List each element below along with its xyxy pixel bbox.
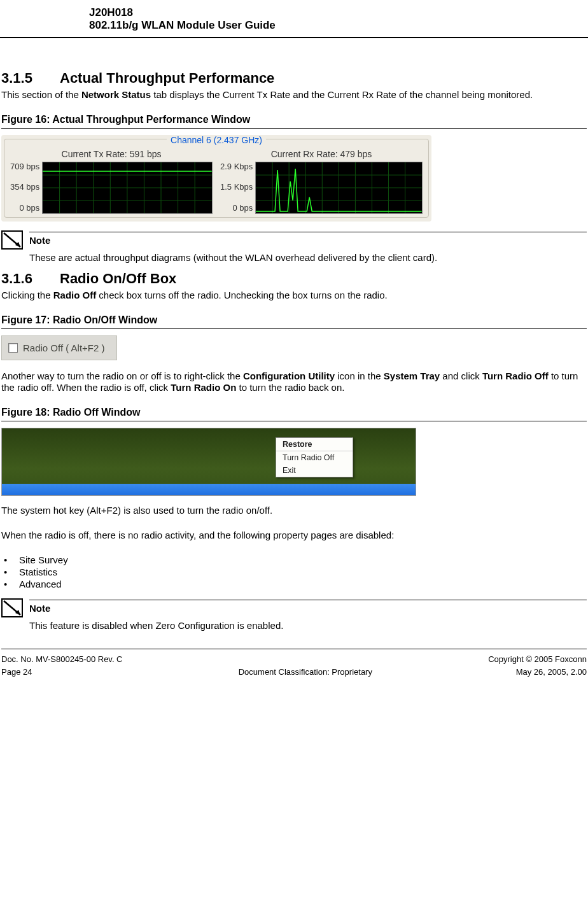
section-315-title: Actual Throughput Performance	[60, 70, 274, 86]
section-316-p1: Clicking the Radio Off check box turns o…	[1, 290, 587, 302]
figure-16: Channel 6 (2.437 GHz) Current Tx Rate: 5…	[1, 135, 431, 222]
para-after-fig17: Another way to turn the radio on or off …	[1, 370, 587, 395]
note-icon	[1, 230, 29, 263]
rx-yticks: 2.9 Kbps 1.5 Kbps 0 bps	[220, 162, 255, 213]
note-icon	[1, 598, 29, 631]
note-1: Note These are actual throughput diagram…	[1, 230, 587, 263]
header-line1: J20H018	[89, 6, 588, 19]
tx-rate-label: Current Tx Rate: 591 bps	[10, 149, 213, 159]
figure-18: Restore Turn Radio Off Exit	[1, 428, 416, 496]
page-header: J20H018 802.11b/g WLAN Module User Guide	[0, 6, 588, 38]
figure-17-caption: Figure 17: Radio On/Off Window	[1, 314, 587, 326]
footer-copyright: Copyright © 2005 Foxconn	[488, 653, 587, 666]
list-item: Advanced	[1, 579, 587, 589]
section-316-title: Radio On/Off Box	[60, 271, 176, 286]
section-315-body: This section of the Network Status tab d…	[1, 89, 587, 101]
radio-off-checkbox[interactable]	[8, 343, 18, 353]
note-1-heading: Note	[29, 235, 50, 246]
para-disabled-intro: When the radio is off, there is no radio…	[1, 530, 587, 542]
tx-chart	[42, 162, 213, 214]
footer-page: Page 24	[1, 666, 123, 679]
note-2-heading: Note	[29, 603, 50, 614]
section-316-heading: 3.1.6Radio On/Off Box	[1, 271, 587, 287]
taskbar	[2, 484, 416, 495]
rx-chart	[255, 162, 423, 214]
section-315-number: 3.1.5	[1, 70, 60, 87]
page-footer: Doc. No. MV-S800245-00 Rev. C Page 24 Do…	[1, 649, 587, 680]
footer-classification: Document Classification: Proprietary	[239, 666, 372, 679]
rx-rate-label: Current Rx Rate: 479 bps	[220, 149, 423, 159]
section-316-number: 3.1.6	[1, 271, 60, 287]
figure-18-caption: Figure 18: Radio Off Window	[1, 407, 587, 418]
disabled-pages-list: Site Survey Statistics Advanced	[1, 554, 587, 589]
figure-17: Radio Off ( Alt+F2 )	[1, 335, 117, 360]
para-hotkey: The system hot key (Alt+F2) is also used…	[1, 505, 587, 517]
figure-16-group-title: Channel 6 (2.437 GHz)	[167, 135, 266, 145]
section-315-heading: 3.1.5Actual Throughput Performance	[1, 70, 587, 87]
menu-restore[interactable]: Restore	[276, 438, 353, 451]
note-2: Note This feature is disabled when Zero …	[1, 598, 587, 631]
footer-doc-no: Doc. No. MV-S800245-00 Rev. C	[1, 653, 123, 666]
note-1-text: These are actual throughput diagrams (wi…	[29, 252, 587, 263]
figure-16-caption: Figure 16: Actual Throughput Performance…	[1, 114, 587, 125]
note-2-text: This feature is disabled when Zero Confi…	[29, 620, 587, 631]
header-line2: 802.11b/g WLAN Module User Guide	[89, 19, 588, 32]
list-item: Site Survey	[1, 554, 587, 565]
footer-date: May 26, 2005, 2.00	[488, 666, 587, 679]
tx-yticks: 709 bps 354 bps 0 bps	[10, 162, 42, 213]
tray-context-menu: Restore Turn Radio Off Exit	[276, 437, 353, 477]
list-item: Statistics	[1, 567, 587, 577]
menu-exit[interactable]: Exit	[276, 464, 353, 477]
menu-turn-radio-off[interactable]: Turn Radio Off	[276, 451, 353, 464]
radio-off-label: Radio Off ( Alt+F2 )	[23, 342, 105, 353]
